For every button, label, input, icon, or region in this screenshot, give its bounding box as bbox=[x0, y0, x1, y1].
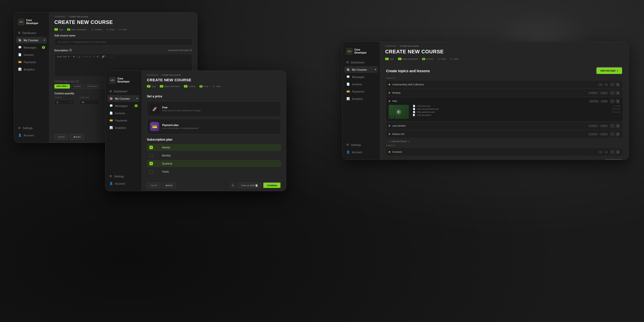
image-btn[interactable]: ⬚ bbox=[106, 55, 108, 58]
align-right-btn[interactable]: ≡ bbox=[89, 55, 90, 58]
step-type-label: Type bbox=[59, 28, 63, 31]
add-lesson-button[interactable]: + Add new lesson ＋ bbox=[386, 139, 623, 144]
sidebar-item-dashboard-mid[interactable]: ⊞ Dashboard bbox=[107, 88, 140, 95]
edit-lesson-btn-filter[interactable]: ✏ bbox=[610, 99, 615, 103]
topics-plus-btn[interactable]: + bbox=[71, 101, 72, 104]
cancel-button-mid[interactable]: Cancel bbox=[147, 183, 160, 188]
sub-checkbox-yearly[interactable] bbox=[149, 170, 153, 173]
save-draft-button-mid[interactable]: Save as draft 💾 bbox=[238, 183, 261, 188]
sidebar-label-invoices: Invoices bbox=[24, 53, 34, 56]
underline-btn[interactable]: U bbox=[78, 55, 80, 58]
align-left-btn[interactable]: ≡ bbox=[83, 55, 85, 58]
delete-lesson-btn-iterating[interactable]: 🗑 bbox=[616, 91, 620, 95]
align-center-btn[interactable]: ≡ bbox=[86, 55, 88, 58]
back-button-left[interactable]: ◀ Back bbox=[70, 134, 84, 140]
sidebar-item-dashboard-right[interactable]: ⊞ Dashboard bbox=[344, 59, 378, 66]
cancel-button-left[interactable]: Cancel bbox=[54, 134, 68, 140]
sidebar-item-account[interactable]: 👤 Account bbox=[16, 132, 47, 139]
back-button-mid[interactable]: ◀ Back bbox=[162, 183, 176, 188]
continue-button-mid[interactable]: Continue bbox=[263, 182, 281, 188]
sidebar-label-messages: Messages bbox=[24, 46, 36, 49]
book-icon-mid: 📚 bbox=[109, 97, 113, 100]
breadcrumb-left: Dashboard / Create new course bbox=[49, 12, 197, 19]
sub-label-monthly: Monthly bbox=[162, 154, 278, 157]
sidebar-item-mycourses-mid[interactable]: 📚 My Courses ▾ bbox=[107, 95, 140, 102]
tag-optionals[interactable]: OPTIONALS bbox=[85, 84, 101, 89]
sidebar-item-dashboard[interactable]: ⊞ Dashboard bbox=[16, 29, 47, 36]
grid-icon-right: ⊞ bbox=[346, 61, 349, 64]
sidebar-item-payments-right[interactable]: 💳 Payments bbox=[344, 88, 378, 95]
edit-lesson-btn-reduce[interactable]: ✏ bbox=[610, 132, 615, 136]
edit-lesson-btn-iterating[interactable]: ✏ bbox=[610, 91, 615, 95]
embed-btn[interactable]: ⬚ bbox=[110, 55, 112, 58]
sidebar-item-invoices-right[interactable]: 📄 Invoices bbox=[344, 81, 378, 88]
sub-checkbox-monthly[interactable] bbox=[149, 154, 153, 157]
body-text-btn[interactable]: Body Text ▼ bbox=[57, 55, 70, 58]
sidebar-item-account-right[interactable]: 👤 Account bbox=[344, 149, 378, 155]
sidebar-item-invoices-mid[interactable]: 📄 Invoices bbox=[107, 110, 140, 116]
sidebar-item-mycourses-right[interactable]: 📚 My Courses ▾ bbox=[344, 66, 378, 73]
sidebar-item-settings-mid[interactable]: ⚙ Settings bbox=[107, 173, 140, 180]
delete-lesson-btn-swift[interactable]: 🗑 bbox=[616, 82, 620, 87]
advanced-link[interactable]: Advanced information ⚙ bbox=[168, 49, 192, 52]
edit-lesson-btn-lazy[interactable]: ✏ bbox=[610, 124, 615, 128]
sidebar-item-mycourses[interactable]: 📚 My Courses ▾ bbox=[16, 37, 47, 44]
sidebar-item-analytics-mid[interactable]: 📊 Analytics bbox=[107, 124, 140, 131]
lesson-tasks-iterating: 2 tasks bbox=[599, 92, 608, 94]
step-view-label: View bbox=[123, 28, 127, 31]
toolbar-sep-3 bbox=[92, 55, 92, 58]
lesson-meta-lazy: 1h 08:41 2 tasks bbox=[588, 125, 608, 127]
sidebar-bottom: ⚙ Settings 👤 Account bbox=[14, 125, 49, 139]
tag-add-own[interactable]: ADD OWN + bbox=[54, 84, 70, 89]
step-bar-right: ✓ Type • ✓ Basic information • 3 Content… bbox=[380, 58, 629, 64]
sub-checkbox-weekly[interactable]: ✓ bbox=[149, 146, 153, 149]
book-icon-right: 📚 bbox=[346, 68, 350, 71]
sub-option-monthly[interactable]: ⋮⋮ Monthly bbox=[147, 152, 281, 159]
sidebar-item-messages-mid[interactable]: 💬 Messages 2 bbox=[107, 102, 140, 109]
continue-button-right[interactable]: Continue bbox=[605, 159, 623, 159]
italic-btn[interactable]: I bbox=[76, 55, 77, 58]
sidebar-label-settings-mid: Settings bbox=[114, 175, 124, 178]
course-name-input[interactable]: e.g. Learn C++ Programming In Ten Easy S… bbox=[54, 38, 192, 46]
sidebar-item-payments-mid[interactable]: 💳 Payments bbox=[107, 117, 140, 124]
lesson-meta-tag-func1: 3+ bbox=[598, 151, 603, 153]
settings-btn-mid[interactable]: ⚙ bbox=[230, 182, 236, 188]
bold-btn[interactable]: B bbox=[73, 55, 75, 58]
insert-btn[interactable]: T bbox=[94, 55, 95, 58]
topics-minus-btn[interactable]: − bbox=[68, 101, 70, 104]
edit-lesson-btn-functions[interactable]: ✏ bbox=[610, 150, 615, 154]
sub-option-quarterly[interactable]: ✓ ⋮⋮ Quarterly bbox=[147, 160, 281, 167]
delete-lesson-btn-functions[interactable]: 🗑 bbox=[616, 150, 620, 154]
delete-lesson-btn-lazy[interactable]: 🗑 bbox=[616, 124, 620, 128]
sidebar-item-payments[interactable]: 💳 Payments bbox=[16, 59, 47, 65]
add-topic-button[interactable]: Add new topic ＋ bbox=[596, 67, 623, 74]
sidebar-item-invoices[interactable]: 📄 Invoices bbox=[16, 51, 47, 58]
delete-lesson-btn-filter[interactable]: 🗑 bbox=[616, 99, 620, 103]
topics-qty-input[interactable]: 3 − + bbox=[54, 100, 74, 105]
sidebar-item-account-mid[interactable]: 👤 Account bbox=[107, 180, 140, 187]
sidebar-item-settings-right[interactable]: ⚙ Settings bbox=[344, 141, 378, 148]
price-section-title: Set a price bbox=[147, 95, 281, 98]
sidebar-item-messages-right[interactable]: 💬 Messages bbox=[344, 73, 378, 80]
code-btn[interactable]: ⬚ bbox=[114, 55, 116, 58]
lessons-qty-input[interactable]: 12 bbox=[79, 100, 100, 105]
sidebar-item-analytics[interactable]: 📊 Analytics bbox=[16, 66, 47, 73]
sub-option-yearly[interactable]: ⋮⋮ Yearly bbox=[147, 168, 281, 175]
table-btn[interactable]: ⊞ bbox=[97, 55, 99, 58]
sub-checkbox-quarterly[interactable]: ✓ bbox=[149, 162, 153, 165]
tag-enums[interactable]: ENUMS bbox=[71, 84, 83, 89]
delete-lesson-btn-reduce[interactable]: 🗑 bbox=[616, 132, 620, 136]
settings-button-right[interactable]: ⚙ bbox=[575, 159, 581, 159]
chart-icon-mid: 📊 bbox=[109, 126, 113, 129]
breadcrumb-mid: Dashboard / Create new course bbox=[142, 71, 286, 78]
sidebar-item-analytics-right[interactable]: 📊 Analytics bbox=[344, 95, 378, 102]
price-option-free[interactable]: 🚀 Free Allow access to your content free… bbox=[147, 101, 281, 117]
edit-lesson-btn-swift[interactable]: ✏ bbox=[610, 82, 615, 87]
price-option-plan[interactable]: 💳 Payment plan Set a fixed number of mon… bbox=[147, 119, 281, 134]
topics-qty-col: TOPICS 3 − + bbox=[54, 96, 74, 105]
link-btn[interactable]: 🔗 bbox=[102, 55, 105, 58]
sidebar-item-settings[interactable]: ⚙ Settings bbox=[16, 125, 47, 131]
topic-2-section: TOPIC 2 Functions 3+ 4 ✏ 🗑 bbox=[380, 144, 629, 156]
sidebar-item-messages[interactable]: 💬 Messages 3 bbox=[16, 44, 47, 51]
sub-option-weekly[interactable]: ✓ ⋮⋮ Weekly bbox=[147, 144, 281, 151]
